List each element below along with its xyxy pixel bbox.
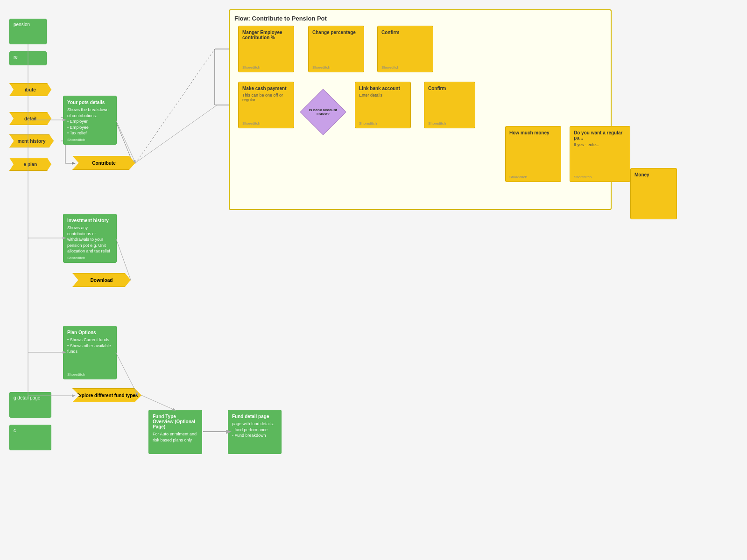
sidebar-ment-history-label: ment history [17,139,45,144]
screen-money[interactable]: Money [630,168,677,219]
explore-fund-types-arrow[interactable]: Explore different fund types [72,388,141,402]
info-fund-type-body: For Auto enrolment and risk based plans … [153,431,198,443]
screen-how-much-money-source: Shoreditch [509,175,527,179]
screen-change-percentage-source: Shoreditch [312,65,330,70]
screen-how-much-money[interactable]: How much money Shoreditch [505,126,561,182]
screen-how-much-money-title: How much money [509,130,557,135]
screen-do-you-want-title: Do you want a regular pa... [574,130,626,140]
info-plan-options-title: Plan Options [67,330,113,335]
diamond-is-bank-linked: Is bank account linked? [304,93,342,131]
sidebar-c[interactable]: c [9,425,51,450]
info-plan-options-body: • Shows Current funds• Shows other avail… [67,337,113,355]
sidebar-e-plan-label: e plan [24,162,37,167]
info-plan-options-source: Shoreditch [67,372,85,377]
sidebar-re-label: re [14,55,18,60]
info-fund-type-overview: Fund Type Overview (Optional Page) For A… [148,410,202,454]
screen-manger-employee-title: Manger Employee contribution % [242,30,290,40]
info-investment-history: Investment history Shows any contributio… [63,214,117,263]
svg-line-16 [135,49,215,163]
sidebar-ibute-label: ibute [25,87,36,92]
info-fund-detail-page: Fund detail page page with fund details:… [228,410,282,454]
info-your-pots-body: Shows the breakdown of contributions:• E… [67,107,113,136]
download-arrow[interactable]: Download [72,273,131,287]
screen-make-cash-payment[interactable]: Make cash payment This can be one off or… [238,82,294,128]
screen-make-cash-sub: This can be one off or regular [242,93,290,102]
flow-title: Flow: Contribute to Pension Pot [234,15,606,22]
sidebar-e-plan[interactable]: e plan [9,158,51,171]
screen-manger-employee-source: Shoreditch [242,65,260,70]
sidebar-pension-label: pension [14,22,30,27]
screen-link-bank-title: Link bank account [359,86,407,91]
screen-confirm-1-source: Shoreditch [381,65,399,70]
svg-line-28 [141,395,175,410]
screen-change-percentage[interactable]: Change percentage Shoreditch [308,26,364,72]
sidebar-detail-label: detail [24,116,36,121]
screen-confirm-2-source: Shoreditch [428,121,446,126]
info-fund-detail-body: page with fund details:- fund performanc… [232,421,277,439]
info-plan-options: Plan Options • Shows Current funds• Show… [63,326,117,379]
screen-change-percentage-title: Change percentage [312,30,360,35]
screen-link-bank[interactable]: Link bank account Enter details Shoredit… [355,82,411,128]
sidebar-detail[interactable]: detail [9,112,51,125]
info-investment-body: Shows any contributions or withdrawals t… [67,225,113,254]
screen-do-you-want[interactable]: Do you want a regular pa... If yes - ent… [570,126,630,182]
info-your-pots-title: Your pots details [67,100,113,105]
screen-confirm-1[interactable]: Confirm Shoreditch [377,26,433,72]
sidebar-g-detail-label: g detail page [14,395,40,400]
sidebar-re[interactable]: re [9,51,47,65]
screen-link-bank-source: Shoreditch [359,121,377,126]
screen-do-you-want-source: Shoreditch [574,175,592,179]
download-arrow-label: Download [91,278,113,283]
diamond-label: Is bank account linked? [306,108,341,116]
info-your-pots-details: Your pots details Shows the breakdown of… [63,96,117,145]
sidebar-pension[interactable]: pension [9,19,47,44]
contribute-arrow-label: Contribute [92,161,116,166]
info-investment-title: Investment history [67,218,113,223]
info-fund-detail-title: Fund detail page [232,414,277,419]
sidebar-c-label: c [14,428,16,433]
sidebar-g-detail-page[interactable]: g detail page [9,392,51,418]
screen-money-title: Money [634,172,673,177]
contribute-arrow[interactable]: Contribute [72,156,135,170]
info-your-pots-source: Shoreditch [67,138,85,142]
screen-confirm-1-title: Confirm [381,30,429,35]
explore-fund-types-label: Explore different fund types [76,393,138,398]
screen-link-bank-sub: Enter details [359,93,407,98]
sidebar-ment-history[interactable]: ment history [9,134,54,147]
screen-make-cash-source: Shoreditch [242,121,260,126]
svg-line-25 [135,105,217,163]
info-investment-source: Shoreditch [67,256,85,260]
canvas: Flow: Contribute to Pension Pot Manger E… [0,0,747,560]
screen-manger-employee[interactable]: Manger Employee contribution % Shoreditc… [238,26,294,72]
screen-make-cash-title: Make cash payment [242,86,290,91]
info-fund-type-title: Fund Type Overview (Optional Page) [153,414,198,429]
sidebar-ibute[interactable]: ibute [9,83,51,96]
screen-do-you-want-sub: If yes - ente... [574,142,626,147]
screen-confirm-2-title: Confirm [428,86,471,91]
screen-confirm-2[interactable]: Confirm Shoreditch [424,82,475,128]
